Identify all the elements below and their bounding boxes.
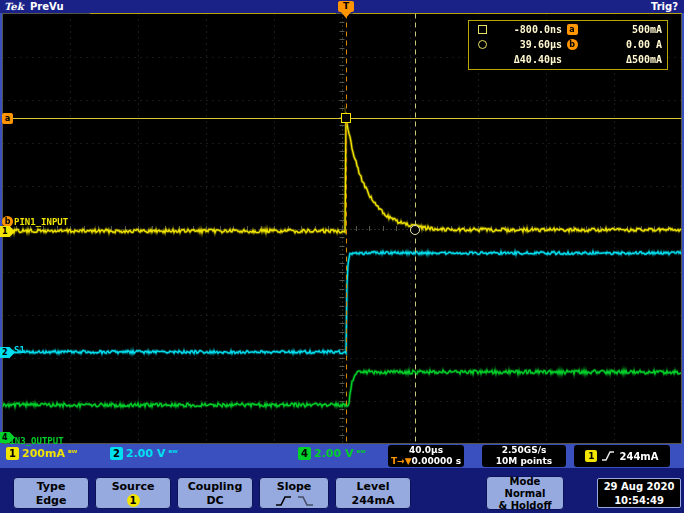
menu-button-coupling[interactable]: Coupling DC xyxy=(177,477,253,509)
channel2-badge: 2 xyxy=(110,447,123,460)
mode-value-line1: Normal xyxy=(505,488,546,499)
mode-title: Mode xyxy=(510,476,541,487)
level-title: Level xyxy=(357,480,390,493)
cursor-b-value: 0.00 A xyxy=(582,39,662,50)
trigger-status-label: Trig? xyxy=(651,0,678,13)
cursor-a-level-marker[interactable]: a xyxy=(2,113,13,124)
tek-logo: Tek xyxy=(4,0,24,13)
channel4-bandwidth-icon: ᴮᵂ xyxy=(356,449,365,458)
cursor-b-level-marker[interactable]: b xyxy=(2,216,13,227)
mode-value-line2: & Holdoff xyxy=(499,500,552,511)
menu-button-source[interactable]: Source 1 xyxy=(95,477,171,509)
record-length: 10M points xyxy=(482,456,566,467)
cursor-delta-time: Δ40.40µs xyxy=(490,54,562,65)
level-value: 244mA xyxy=(352,494,395,507)
source-channel-badge: 1 xyxy=(127,494,140,507)
channel4-readout[interactable]: 4 2.00 V ᴮᵂ xyxy=(298,447,366,460)
channel4-badge: 4 xyxy=(298,447,311,460)
timebase-scale: 40.0µs xyxy=(388,445,464,456)
coupling-title: Coupling xyxy=(188,480,243,493)
channel2-bandwidth-icon: ᴮᵂ xyxy=(168,449,177,458)
channel1-scale: 200mA xyxy=(22,447,65,460)
cursor-delta-row: Δ40.40µs Δ500mA xyxy=(471,52,665,67)
channel2-readout[interactable]: 2 2.00 V ᴮᵂ xyxy=(110,447,178,460)
menu-button-mode[interactable]: Mode Normal & Holdoff xyxy=(486,476,564,510)
trigger-position-icon: T→▼ xyxy=(391,456,412,466)
channel1-badge: 1 xyxy=(6,447,19,460)
type-title: Type xyxy=(37,480,66,493)
acquisition-readout: 2.50GS/s 10M points xyxy=(482,445,566,467)
cursor-a-value: 500mA xyxy=(582,24,662,35)
trigger-position-arrow-icon xyxy=(341,12,351,18)
date-label: 29 Aug 2020 xyxy=(598,480,680,494)
cursor-a-badge: a xyxy=(567,24,578,35)
time-label: 10:54:49 xyxy=(598,494,680,508)
trigger-readout: 1 244mA xyxy=(574,445,670,467)
cursor-a-square-icon xyxy=(478,25,487,34)
trigger-level-readout: 244mA xyxy=(619,451,658,462)
falling-slope-icon xyxy=(297,494,314,507)
cursor-b-badge: b xyxy=(567,39,578,50)
trigger-position-value: 0.00000 s xyxy=(412,456,461,466)
datetime-display: 29 Aug 2020 10:54:49 xyxy=(597,478,681,508)
rising-slope-icon xyxy=(275,494,292,507)
coupling-value: DC xyxy=(206,494,223,507)
channel2-scale: 2.00 V xyxy=(126,447,165,460)
trigger-position-readout: T→▼0.00000 s xyxy=(388,456,464,467)
cursor-a-time: -800.0ns xyxy=(490,24,562,35)
type-value: Edge xyxy=(36,494,67,507)
cursor-readout-box: -800.0ns a 500mA 39.60µs b 0.00 A Δ40.40… xyxy=(468,20,668,70)
menu-button-slope[interactable]: Slope xyxy=(259,477,329,509)
cursor-a-row: -800.0ns a 500mA xyxy=(471,22,665,37)
trigger-position-marker[interactable]: T xyxy=(338,1,354,12)
channel1-bandwidth-icon: ᴮᵂ xyxy=(68,449,77,458)
trace-label-ch2: S1 xyxy=(14,345,25,355)
source-title: Source xyxy=(112,480,155,493)
cursor-b-time: 39.60µs xyxy=(490,39,562,50)
trigger-source-badge: 1 xyxy=(585,450,597,462)
menu-button-level[interactable]: Level 244mA xyxy=(335,477,411,509)
cursor-b-circle-icon xyxy=(478,40,487,49)
trace-label-ch1: PIN1_INPUT xyxy=(14,217,68,227)
channel4-scale: 2.00 V xyxy=(314,447,353,460)
channel1-readout[interactable]: 1 200mA ᴮᵂ xyxy=(6,447,77,460)
oscilloscope-screen: Tek PreVu Trig? T -800.0ns a 500mA 39.60… xyxy=(0,0,684,513)
cursor-delta-value: Δ500mA xyxy=(582,54,662,65)
sample-rate: 2.50GS/s xyxy=(482,445,566,456)
trigger-slope-icon xyxy=(601,450,615,462)
cursor-b-row: 39.60µs b 0.00 A xyxy=(471,37,665,52)
timebase-readout: 40.0µs T→▼0.00000 s xyxy=(388,445,464,467)
acquisition-mode-label: PreVu xyxy=(30,0,64,13)
menu-button-type[interactable]: Type Edge xyxy=(13,477,89,509)
slope-title: Slope xyxy=(277,480,312,493)
